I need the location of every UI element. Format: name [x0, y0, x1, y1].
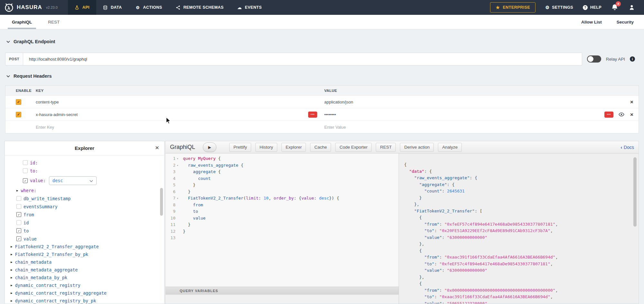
- security-link[interactable]: Security: [617, 20, 634, 25]
- notifications-button[interactable]: 8: [611, 4, 619, 11]
- header-enable-checkbox[interactable]: ✓: [16, 99, 21, 105]
- enable-cell: ✓: [5, 112, 34, 117]
- explorer-field-eventsSummary[interactable]: eventsSummary: [5, 202, 164, 211]
- checkbox[interactable]: [16, 196, 21, 201]
- explorer-expand-where[interactable]: ▶where:: [5, 186, 164, 194]
- fold-icon[interactable]: ▾: [175, 195, 180, 202]
- line-number-gutter: 1▾2▾34567▾8910111213: [166, 155, 180, 287]
- explorer-root-chain_metadata_by_pk[interactable]: ▶chain_metadata_by_pk: [5, 274, 164, 281]
- explorer-field-id[interactable]: id: [5, 219, 164, 227]
- toolbar-button-analyze[interactable]: Analyze: [438, 143, 462, 152]
- checkbox[interactable]: [23, 168, 28, 173]
- checkbox[interactable]: ✓: [23, 178, 28, 183]
- toolbar-button-history[interactable]: History: [255, 143, 277, 152]
- notification-badge: 8: [616, 1, 621, 6]
- remove-header-icon[interactable]: ×: [630, 99, 633, 105]
- toolbar-button-cache[interactable]: Cache: [310, 143, 331, 152]
- headers-section-header[interactable]: Request Headers: [6, 74, 52, 79]
- remove-header-icon[interactable]: ×: [630, 112, 633, 117]
- line-number: 8: [166, 202, 180, 209]
- endpoint-url-input[interactable]: http://localhost:8080/v1/graphql: [23, 53, 582, 65]
- checkbox[interactable]: ✓: [16, 228, 21, 233]
- explorer-root-dynamic_contract_registry_by_pk[interactable]: ▶dynamic_contract_registry_by_pk: [5, 297, 164, 304]
- explorer-root-FiatTokenV2_2_Transfer_by_pk[interactable]: ▶FiatTokenV2_2_Transfer_by_pk: [5, 250, 164, 258]
- allow-list-link[interactable]: Allow List: [581, 20, 602, 25]
- header-value-input[interactable]: application/json: [324, 100, 353, 104]
- endpoint-section-header[interactable]: GraphQL Endpoint: [6, 39, 55, 44]
- explorer-arg-value[interactable]: ✓value:desc: [5, 175, 164, 186]
- toolbar-button-rest[interactable]: REST: [376, 143, 396, 152]
- relay-api-toggle[interactable]: [587, 55, 601, 63]
- arg-label: where:: [21, 188, 36, 193]
- code-line: count: [183, 175, 399, 182]
- field-label: value: [24, 236, 37, 241]
- info-icon[interactable]: i: [630, 56, 635, 62]
- nav-item-events[interactable]: ☁EVENTS: [230, 0, 268, 15]
- tab-rest[interactable]: REST: [46, 15, 61, 29]
- query-editor[interactable]: 1▾2▾34567▾8910111213 query MyQuery { raw…: [166, 153, 399, 287]
- checkbox[interactable]: [16, 204, 21, 209]
- enterprise-button[interactable]: ★ ENTERPRISE: [490, 2, 535, 13]
- toolbar-button-code-exporter[interactable]: Code Exporter: [335, 143, 372, 152]
- root-field-label: dynamic_contract_registry: [15, 283, 80, 288]
- new-header-value-input[interactable]: Enter Value: [324, 125, 346, 130]
- arg-label: id:: [30, 160, 38, 165]
- fold-icon[interactable]: ▾: [175, 155, 180, 162]
- endpoint-bar: POST http://localhost:8080/v1/graphql: [5, 53, 582, 65]
- new-header-key-input[interactable]: Enter Key: [36, 125, 54, 130]
- explorer-root-chain_metadata[interactable]: ▶chain_metadata: [5, 258, 164, 266]
- close-icon[interactable]: ×: [155, 144, 159, 151]
- explorer-arg-id[interactable]: id:: [5, 159, 164, 167]
- explorer-field-to[interactable]: ✓to: [5, 227, 164, 235]
- toolbar-button-explorer[interactable]: Explorer: [281, 143, 306, 152]
- checkbox[interactable]: ✓: [16, 212, 21, 217]
- explorer-field-value[interactable]: ✓value: [5, 235, 164, 243]
- query-variables-bar[interactable]: QUERY VARIABLES: [166, 287, 399, 295]
- explorer-root-dynamic_contract_registry[interactable]: ▶dynamic_contract_registry: [5, 281, 164, 289]
- query-variables-editor[interactable]: [166, 295, 399, 304]
- tab-graphiql[interactable]: GraphiQL: [10, 15, 33, 29]
- admin-secret-badge[interactable]: •••: [308, 112, 317, 118]
- header-enable-checkbox[interactable]: ✓: [16, 112, 21, 117]
- hasura-logo-icon: [4, 3, 14, 12]
- results-scrollbar[interactable]: [633, 157, 637, 227]
- explorer-arg-to[interactable]: to:: [5, 167, 164, 175]
- explorer-field-db_write_timestamp[interactable]: db_write_timestamp: [5, 194, 164, 202]
- code-line: query MyQuery {: [183, 155, 399, 162]
- code-line: {: [404, 280, 639, 287]
- explorer-root-dynamic_contract_registry_aggregate[interactable]: ▶dynamic_contract_registry_aggregate: [5, 289, 164, 297]
- checkbox[interactable]: [23, 160, 28, 165]
- root-field-label: dynamic_contract_registry_aggregate: [15, 290, 106, 296]
- field-label: db_write_timestamp: [24, 196, 71, 201]
- column-value: VALUE: [322, 89, 639, 93]
- tree-arrow-icon: ▶: [11, 291, 12, 295]
- checkbox[interactable]: [16, 220, 21, 225]
- fold-icon[interactable]: ▾: [175, 162, 180, 169]
- checkbox[interactable]: ✓: [16, 236, 21, 241]
- explorer-root-chain_metadata_aggregate[interactable]: ▶chain_metadata_aggregate: [5, 266, 164, 274]
- key-cell: x-hasura-admin-secret•••: [34, 112, 322, 117]
- nav-item-actions[interactable]: ⚙ACTIONS: [128, 0, 169, 15]
- header-key-input[interactable]: content-type: [36, 100, 59, 104]
- header-value-input[interactable]: ••••••••: [324, 112, 336, 117]
- admin-secret-badge[interactable]: •••: [604, 112, 613, 118]
- explorer-field-from[interactable]: ✓from: [5, 211, 164, 219]
- code-line: "data": {: [404, 168, 639, 175]
- enum-select[interactable]: desc: [49, 176, 97, 185]
- execute-query-button[interactable]: ▶: [203, 142, 216, 152]
- docs-link[interactable]: ‹ Docs: [620, 145, 634, 150]
- hasura-logo[interactable]: HASURA: [0, 0, 42, 15]
- help-button[interactable]: ? HELP: [583, 5, 601, 10]
- explorer-root-FiatTokenV2_2_Transfer_aggregate[interactable]: ▶FiatTokenV2_2_Transfer_aggregate: [5, 243, 164, 250]
- user-icon[interactable]: [629, 4, 635, 11]
- tree-arrow-icon: ▶: [11, 268, 12, 271]
- toolbar-button-prettify[interactable]: Prettify: [229, 143, 251, 152]
- settings-button[interactable]: ⚙ SETTINGS: [545, 5, 573, 10]
- nav-item-remote-schemas[interactable]: REMOTE SCHEMAS: [169, 0, 230, 15]
- nav-item-data[interactable]: DATA: [96, 0, 128, 15]
- header-key-input[interactable]: x-hasura-admin-secret: [36, 112, 78, 117]
- nav-item-api[interactable]: API: [68, 0, 96, 15]
- eye-icon[interactable]: [619, 112, 624, 117]
- toolbar-button-derive-action[interactable]: Derive action: [400, 143, 434, 152]
- explorer-scrollbar[interactable]: [160, 188, 163, 216]
